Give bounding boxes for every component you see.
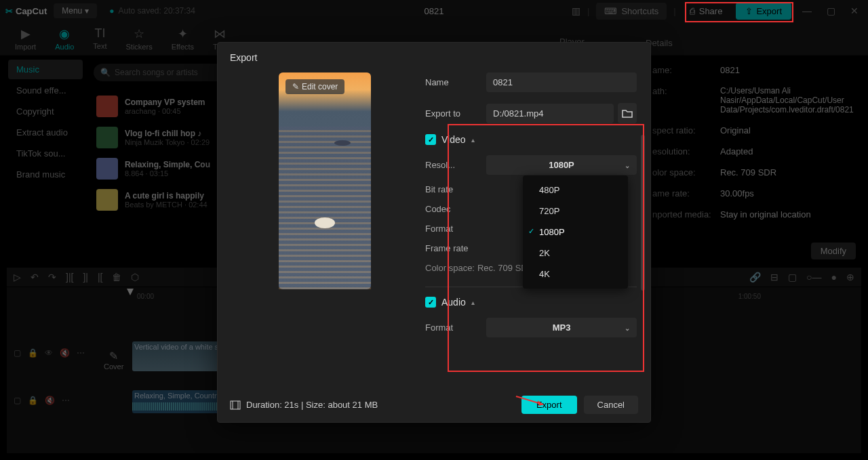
- name-label: Name: [425, 77, 486, 87]
- edit-cover-button[interactable]: ✎ Edit cover: [285, 79, 344, 94]
- export-to-label: Export to: [425, 108, 486, 119]
- bitrate-label: Bit rate: [425, 184, 486, 194]
- chevron-down-icon: ⌄: [625, 324, 630, 331]
- format-label: Format: [425, 224, 486, 234]
- export-info: Duration: 21s | Size: about 21 MB: [230, 400, 378, 410]
- resolution-option-1080p[interactable]: 1080P: [523, 222, 628, 243]
- cancel-button[interactable]: Cancel: [584, 396, 638, 414]
- svg-marker-5: [538, 400, 543, 406]
- chevron-up-icon: ▴: [471, 136, 475, 144]
- audio-format-label: Format: [425, 322, 486, 333]
- annotation-arrow-icon: [515, 394, 549, 407]
- modal-title: Export: [218, 43, 650, 72]
- resolution-select[interactable]: 1080P ⌄: [486, 155, 637, 175]
- resolution-option-4k[interactable]: 4K: [523, 264, 628, 285]
- pencil-icon: ✎: [292, 82, 299, 91]
- name-input[interactable]: [486, 72, 637, 92]
- framerate-label: Frame rate: [425, 243, 486, 253]
- colorspace-label: Color space:: [425, 263, 475, 273]
- scrollbar-thumb[interactable]: [641, 135, 645, 291]
- resolution-option-480p[interactable]: 480P: [523, 180, 628, 201]
- export-modal: Export ✎ Edit cover Name Export to: [217, 42, 651, 423]
- checkbox-checked-icon[interactable]: ✓: [425, 297, 436, 308]
- resolution-label: Resol...: [425, 160, 486, 170]
- codec-label: Codec: [425, 204, 486, 214]
- svg-rect-1: [231, 401, 240, 409]
- resolution-option-720p[interactable]: 720P: [523, 201, 628, 222]
- folder-icon: [622, 108, 633, 118]
- checkbox-checked-icon[interactable]: ✓: [425, 134, 436, 145]
- browse-folder-button[interactable]: [618, 103, 637, 123]
- chevron-up-icon: ▴: [471, 299, 475, 306]
- video-section-toggle[interactable]: ✓ Video ▴: [425, 134, 637, 145]
- audio-section-toggle[interactable]: ✓ Audio ▴: [425, 297, 637, 308]
- resolution-option-2k[interactable]: 2K: [523, 243, 628, 264]
- export-path-input[interactable]: [486, 104, 614, 123]
- cover-preview: ✎ Edit cover: [279, 72, 371, 289]
- chevron-down-icon: ⌄: [625, 161, 630, 169]
- resolution-dropdown: 480P 720P 1080P 2K 4K: [523, 175, 628, 289]
- audio-format-select[interactable]: MP3 ⌄: [486, 318, 637, 337]
- film-icon: [230, 400, 241, 410]
